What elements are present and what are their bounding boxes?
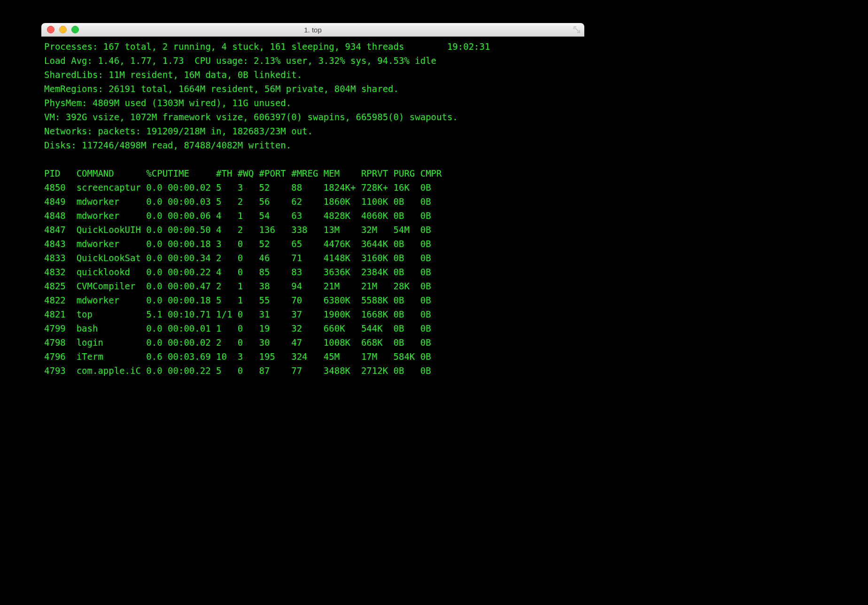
minimize-icon[interactable] bbox=[59, 26, 67, 33]
process-row: 4796 iTerm 0.6 00:03.69 10 3 195 324 45M… bbox=[44, 349, 581, 364]
summary-line: Disks: 117246/4898M read, 87488/4082M wr… bbox=[44, 140, 291, 150]
process-row: 4848 mdworker 0.0 00:00.06 4 1 54 63 482… bbox=[44, 209, 581, 223]
process-row: 4833 QuickLookSat 0.0 00:00.34 2 0 46 71… bbox=[44, 251, 581, 265]
terminal-window: 1. top Processes: 167 total, 2 running, … bbox=[41, 23, 584, 382]
process-row: 4849 mdworker 0.0 00:00.03 5 2 56 62 186… bbox=[44, 194, 581, 209]
fullscreen-icon[interactable] bbox=[573, 26, 581, 33]
summary-line: Networks: packets: 191209/218M in, 18268… bbox=[44, 126, 313, 136]
summary-line: Load Avg: 1.46, 1.77, 1.73 CPU usage: 2.… bbox=[44, 55, 436, 66]
summary-line: VM: 392G vsize, 1072M framework vsize, 6… bbox=[44, 112, 458, 122]
process-row: 4798 login 0.0 00:00.02 2 0 30 47 1008K … bbox=[44, 335, 581, 349]
process-row: 4832 quicklookd 0.0 00:00.22 4 0 85 83 3… bbox=[44, 265, 581, 279]
window-titlebar[interactable]: 1. top bbox=[41, 23, 584, 37]
window-title: 1. top bbox=[41, 26, 584, 34]
summary-line: SharedLibs: 11M resident, 16M data, 0B l… bbox=[44, 70, 302, 80]
summary-line: PhysMem: 4809M used (1303M wired), 11G u… bbox=[44, 98, 291, 108]
process-row: 4843 mdworker 0.0 00:00.18 3 0 52 65 447… bbox=[44, 237, 581, 251]
summary-processes-line: Processes: 167 total, 2 running, 4 stuck… bbox=[44, 41, 490, 52]
zoom-icon[interactable] bbox=[71, 26, 79, 33]
process-row: 4847 QuickLookUIH 0.0 00:00.50 4 2 136 3… bbox=[44, 223, 581, 237]
close-icon[interactable] bbox=[47, 26, 54, 33]
process-row: 4821 top 5.1 00:10.71 1/1 0 31 37 1900K … bbox=[44, 307, 581, 321]
window-traffic-lights bbox=[47, 26, 79, 33]
column-headers: PID COMMAND %CPUTIME #TH #WQ #PORT #MREG… bbox=[44, 166, 581, 180]
process-row: 4822 mdworker 0.0 00:00.18 5 1 55 70 638… bbox=[44, 293, 581, 307]
process-row: 4793 com.apple.iC 0.0 00:00.22 5 0 87 77… bbox=[44, 364, 581, 378]
process-row: 4825 CVMCompiler 0.0 00:00.47 2 1 38 94 … bbox=[44, 279, 581, 293]
summary-line: MemRegions: 26191 total, 1664M resident,… bbox=[44, 84, 399, 94]
process-row: 4850 screencaptur 0.0 00:00.02 5 3 52 88… bbox=[44, 180, 581, 194]
terminal-output[interactable]: Processes: 167 total, 2 running, 4 stuck… bbox=[41, 37, 584, 382]
process-row: 4799 bash 0.0 00:00.01 1 0 19 32 660K 54… bbox=[44, 321, 581, 335]
